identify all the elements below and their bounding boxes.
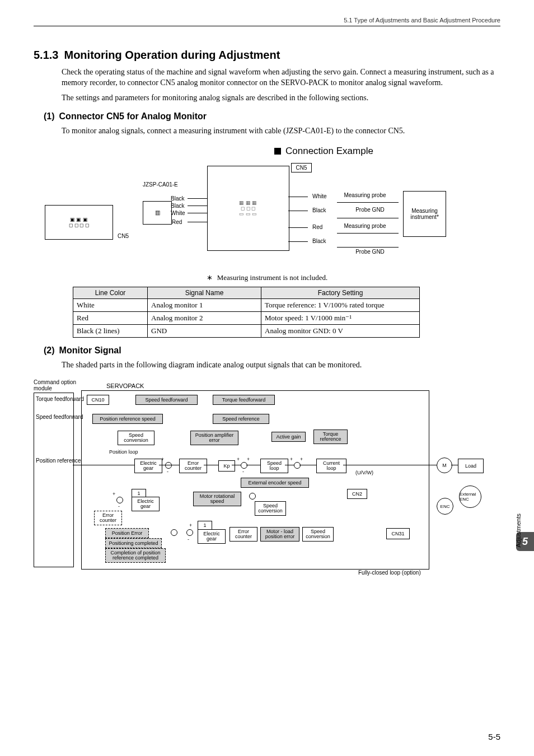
speed-loop: Speed loop	[260, 459, 288, 473]
sub1-para: To monitor analog signals, connect a mea…	[62, 126, 500, 137]
wire-black1: Black	[171, 195, 184, 202]
speed-conv3: Speed conversion	[302, 527, 334, 542]
speed-ff-box: Speed feedforward	[135, 395, 198, 405]
completion: Completion of position reference complet…	[105, 548, 166, 563]
servopack-device: ▣ ▣ ▣◻ ◻ ◻ ◻	[45, 205, 113, 240]
egear3: Electric gear	[198, 529, 226, 544]
pos-amp-err: Position amplifier error	[190, 431, 238, 445]
active-gain: Active gain	[271, 432, 306, 442]
cmd-module-label: Command option module	[34, 379, 78, 391]
connection-diagram: ▣ ▣ ▣◻ ◻ ◻ ◻ CN5 ▥ JZSP-CA01-E Black Bla…	[34, 160, 500, 272]
side-tab: Adjustments 5	[516, 487, 534, 551]
cn10: CN10	[87, 395, 109, 405]
connector-block: ▥	[143, 201, 172, 225]
torque-ff-label: Torque feedforward	[36, 396, 84, 402]
plus5: +	[189, 522, 192, 528]
sub2-heading: (2)Monitor Signal	[44, 346, 500, 356]
cn5-top-label: CN5	[291, 163, 312, 172]
table-header-row: Line Color Signal Name Factory Setting	[73, 287, 420, 298]
torque-ref: Torque reference	[313, 430, 348, 444]
section-para2: The settings and parameters for monitori…	[62, 93, 500, 104]
sub2-para: The shaded parts in the following diagra…	[62, 360, 500, 371]
section-title-text: Monitoring Operation during Adjustment	[64, 49, 280, 61]
speed-conv2: Speed conversion	[255, 501, 286, 516]
pos-ref-label: Position reference	[36, 458, 81, 464]
plus4: +	[113, 491, 115, 497]
th-signal-name: Signal Name	[148, 287, 261, 298]
wire-red: Red	[172, 219, 182, 225]
meas-probe1: Measuring probe	[337, 190, 393, 201]
current-loop: Current loop	[316, 459, 346, 473]
connection-example-title: Connection Example	[274, 146, 500, 157]
plus1: +	[161, 456, 164, 462]
probe-red: Red	[312, 224, 322, 230]
section-number: 5.1.3	[34, 49, 58, 61]
side-label: Adjustments	[515, 514, 522, 548]
th-line-color: Line Color	[73, 287, 148, 298]
sub1-heading: (1)Connector CN5 for Analog Monitor	[44, 111, 500, 122]
wire-white: White	[171, 210, 185, 216]
wire-black2: Black	[171, 203, 184, 209]
plus3b: +	[300, 456, 303, 462]
plus2b: +	[247, 456, 250, 462]
err-counter2: Error counter	[229, 527, 257, 542]
sub1-title: Connector CN5 for Analog Monitor	[59, 111, 207, 121]
uvw: (U/V/W)	[355, 470, 373, 475]
motor-rot-speed: Motor rotational speed	[193, 492, 241, 506]
probe-black2: Black	[312, 238, 326, 244]
enc: ENC	[437, 498, 453, 515]
table-row: White Analog monitor 1 Torque reference:…	[73, 298, 420, 311]
page-number: 5-5	[488, 732, 500, 741]
servopack-label: SERVOPACK	[106, 382, 144, 389]
positioning-completed: Positioning completed	[105, 538, 162, 548]
speed-conv: Speed conversion	[118, 431, 154, 445]
probe-white: White	[312, 193, 327, 199]
th-factory: Factory Setting	[261, 287, 420, 298]
section-para1: Check the operating status of the machin…	[62, 67, 500, 88]
minus5: -	[188, 536, 189, 542]
motor-load-err: Motor - load position error	[260, 527, 299, 542]
pcb-outline: ▦ ▦ ▦◻ ◻ ◻▭ ▭ ▭	[207, 166, 289, 251]
plus2: +	[237, 456, 240, 462]
cn2: CN2	[347, 489, 367, 499]
ext-enc: External ENC	[459, 486, 481, 508]
ext-enc-speed: External encoder speed	[241, 478, 309, 488]
minus2: -	[242, 469, 244, 474]
table-row: Red Analog monitor 2 Motor speed: 1 V/10…	[73, 311, 420, 324]
block-diagram: Command option module Torque feedforward…	[34, 379, 493, 581]
header-rule	[34, 26, 500, 26]
sub1-num: (1)	[44, 111, 55, 121]
egear1: Electric gear	[134, 459, 162, 473]
err-counter1: Error counter	[179, 459, 207, 473]
load: Load	[458, 459, 484, 473]
plus3: +	[290, 456, 293, 462]
signal-table: Line Color Signal Name Factory Setting W…	[73, 287, 420, 338]
probe-black1: Black	[312, 207, 326, 213]
motor-m: M	[437, 458, 452, 473]
sub2-num: (2)	[44, 346, 55, 355]
meas-probe2: Measuring probe	[337, 221, 393, 232]
square-icon	[274, 148, 281, 155]
section-heading: 5.1.3Monitoring Operation during Adjustm…	[34, 49, 500, 62]
egear2: Electric gear	[132, 497, 160, 511]
kp: Kp	[218, 460, 235, 472]
measuring-instrument: Measuring instrument*	[403, 191, 446, 237]
cn5-label: CN5	[118, 233, 129, 239]
running-header: 5.1 Type of Adjustments and Basic Adjust…	[34, 17, 500, 24]
err-counter-lbl: Error counter	[94, 511, 122, 525]
table-row: Black (2 lines) GND Analog monitor GND: …	[73, 324, 420, 337]
speed-ff-label: Speed feedforward	[36, 414, 83, 420]
position-loop-label: Position loop	[109, 449, 138, 455]
probe-gnd2: Probe GND	[345, 247, 395, 257]
pos-error: Position Error	[105, 528, 149, 538]
torque-ff-box: Torque feedforward	[213, 395, 275, 405]
probe-gnd1: Probe GND	[345, 205, 395, 215]
note-asterisk: ∗Measuring instrument is not included.	[34, 273, 500, 282]
cn31: CN31	[386, 528, 410, 539]
fully-closed-label: Fully-closed loop (option)	[358, 570, 421, 576]
speed-ref: Speed reference	[213, 414, 269, 424]
minus4: -	[118, 503, 120, 509]
one2: 1	[198, 521, 212, 530]
minus1: -	[167, 469, 168, 474]
sub2-title: Monitor Signal	[59, 346, 121, 355]
